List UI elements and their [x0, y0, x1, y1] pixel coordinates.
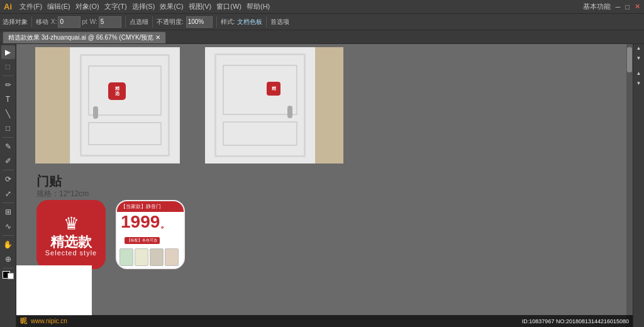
door-sticker-badge-right: 精	[267, 82, 280, 96]
canvas-area[interactable]: 精 选 精 门贴 规格：12*12cm	[16, 44, 633, 327]
tab-filename: 精选款效果 3d-zhuanquai.ai @ 66.67% (CMYK/预览 …	[8, 34, 160, 41]
tool-sep5	[3, 235, 14, 236]
direct-select-tool[interactable]: ⬚	[1, 60, 15, 74]
door-image-right: 精	[205, 47, 343, 164]
shape-tool[interactable]: □	[1, 121, 15, 135]
watermark-bar: 昵 www.nipic.cn ID:10837967 NO:2018081314…	[16, 315, 633, 327]
minimize-btn[interactable]: ─	[616, 3, 621, 11]
tool-sep1	[3, 75, 14, 76]
toolbar-sep3	[152, 16, 153, 28]
sticker-door-thumbs	[117, 247, 184, 268]
door-panel-right: 精	[205, 47, 315, 164]
stroke-swatch[interactable]	[8, 273, 14, 279]
tool-sep6	[3, 268, 14, 269]
app-logo: Ai	[4, 2, 12, 11]
workspace-label[interactable]: 基本功能	[583, 2, 611, 11]
toolbar-sep2	[125, 16, 126, 28]
door-frame	[80, 54, 170, 157]
tool-sep3	[3, 170, 14, 170]
scrollbar-thumb[interactable]	[627, 47, 632, 72]
right-panel: ▲ ▼ ▲ ▼	[633, 44, 644, 327]
pt-label: pt	[82, 18, 87, 25]
watermark-site: www.nipic.cn	[31, 318, 67, 324]
x-icon: X:	[51, 18, 57, 25]
door-sticker-badge-left: 精 选	[108, 82, 126, 100]
opacity-input[interactable]	[186, 16, 213, 28]
door-handle	[93, 106, 98, 119]
hand-tool[interactable]: ✋	[1, 238, 15, 252]
right-panel-btn3[interactable]: ▲	[635, 70, 643, 79]
door-thumb-3	[150, 248, 164, 266]
door-sticker-text: 精 选	[115, 86, 119, 96]
menu-effect[interactable]: 效果(C)	[160, 2, 183, 11]
main-layout: ▶ ⬚ ✏ T ╲ □ ✎ ✐ ⟳ ⤢ ⊞ ∿ ✋ ⊕	[0, 44, 644, 327]
tab-bar: 精选款效果 3d-zhuanquai.ai @ 66.67% (CMYK/预览 …	[0, 30, 644, 44]
door-thumb-4	[165, 248, 179, 266]
door-handle-right	[287, 106, 292, 118]
sticker-badge: 【标配】各色可选	[125, 237, 160, 244]
door-thumb-1	[119, 248, 133, 266]
door-thumb-2	[135, 248, 148, 266]
x-input[interactable]	[58, 16, 80, 28]
menu-bar: Ai 文件(F) 编辑(E) 对象(O) 文字(T) 选择(S) 效果(C) 视…	[0, 0, 644, 14]
toolbar: 选择对象 移动 X: pt W: 点选细 不透明度: 样式: 文档色板 首选项	[0, 14, 644, 30]
right-panel-btn2[interactable]: ▼	[635, 55, 643, 64]
menu-window[interactable]: 窗口(W)	[216, 2, 242, 11]
price-dot: 。	[160, 219, 169, 231]
zoom-label: 点选细	[130, 18, 148, 26]
door-lower-panel	[88, 122, 162, 145]
pen-tool[interactable]: ✏	[1, 78, 15, 92]
maximize-btn[interactable]: □	[625, 3, 630, 11]
gradient-tool[interactable]: ∿	[1, 219, 15, 233]
active-tab[interactable]: 精选款效果 3d-zhuanquai.ai @ 66.67% (CMYK/预览 …	[3, 31, 166, 43]
close-btn[interactable]: ✕	[635, 3, 640, 11]
pref-label[interactable]: 首选项	[270, 18, 289, 26]
select-label: 选择对象	[3, 18, 28, 26]
sticker-sub-text: Selected style	[45, 249, 97, 257]
right-panel-btn1[interactable]: ▲	[635, 45, 643, 54]
menu-help[interactable]: 帮助(H)	[247, 2, 270, 11]
menu-file[interactable]: 文件(F)	[19, 2, 42, 11]
doc-label[interactable]: 文档色板	[237, 18, 262, 26]
menu-edit[interactable]: 编辑(E)	[47, 2, 70, 11]
door-frame-right	[214, 53, 306, 157]
sticker-badge-block: 【标配】各色可选	[117, 232, 184, 245]
watermark-id: ID:10837967 NO:20180813144216015080	[522, 318, 629, 324]
menu-text[interactable]: 文字(T)	[104, 2, 127, 11]
type-tool[interactable]: T	[1, 92, 15, 106]
line-tool[interactable]: ╲	[1, 107, 15, 121]
toolbar-separator	[31, 16, 32, 28]
zoom-tool[interactable]: ⊕	[1, 252, 15, 266]
w-input[interactable]	[99, 16, 121, 28]
w-icon: W:	[90, 18, 97, 25]
right-panel-btn4[interactable]: ▼	[635, 80, 643, 89]
door-panel-left: 精 选	[70, 47, 180, 164]
paintbrush-tool[interactable]: ✎	[1, 140, 15, 153]
rotate-tool[interactable]: ⟳	[1, 172, 15, 186]
crown-icon: ♛	[64, 213, 79, 234]
product-spec: 规格：12*12cm	[36, 189, 89, 199]
scrollbar-vertical[interactable]	[626, 44, 633, 327]
scale-tool[interactable]: ⤢	[1, 187, 15, 201]
menu-view[interactable]: 视图(V)	[189, 2, 212, 11]
pencil-tool[interactable]: ✐	[1, 154, 15, 168]
door-upper-panel-right	[223, 65, 297, 115]
color-swatches	[3, 270, 14, 279]
tool-sep4	[3, 202, 14, 203]
tool-sep2	[3, 137, 14, 138]
select-tool[interactable]: ▶	[1, 45, 15, 59]
blend-tool[interactable]: ⊞	[1, 205, 15, 219]
white-block	[16, 265, 92, 316]
price-number: 1999	[121, 213, 160, 231]
product-name: 门贴	[36, 173, 62, 190]
toolbar-sep4	[216, 16, 217, 28]
toolbar-sep5	[266, 16, 267, 28]
move-label: 移动	[36, 18, 48, 26]
menu-object[interactable]: 对象(O)	[75, 2, 99, 11]
style-label: 样式:	[221, 18, 235, 26]
opacity-label: 不透明度:	[157, 18, 184, 26]
menu-select[interactable]: 选择(S)	[132, 2, 155, 11]
sticker-price-block: 1999 。	[117, 212, 184, 232]
door-lower-panel-right	[223, 121, 297, 146]
sticker-tag-text: 【当家款】静音门	[121, 203, 161, 210]
